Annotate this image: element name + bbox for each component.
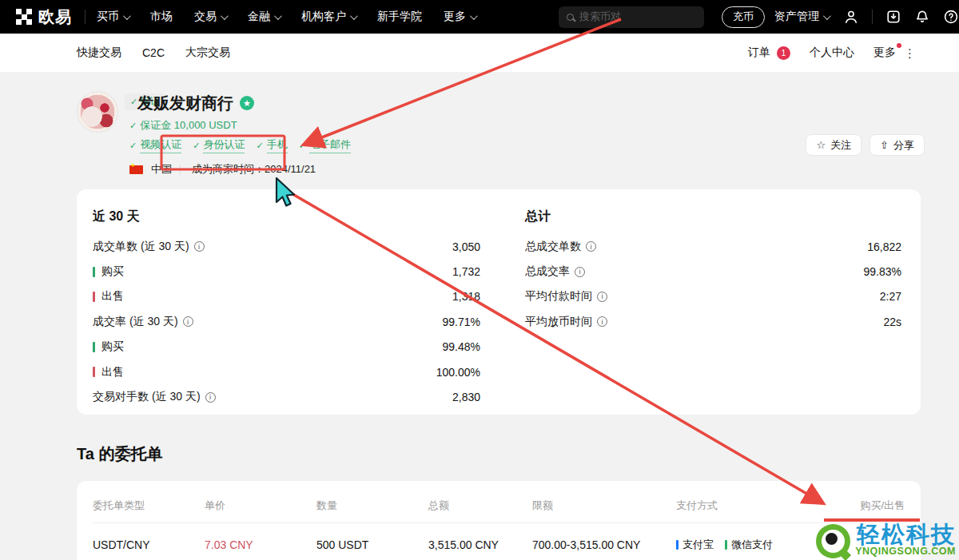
help-icon[interactable]: [943, 9, 959, 25]
orders-count-badge: 1: [777, 46, 790, 60]
info-icon[interactable]: i: [205, 392, 216, 403]
stat-row: 总成交率i 99.83%: [525, 259, 901, 284]
stats-total-column: 总计 总成交单数i 16,822 总成交率i 99.83% 平均付款时间i 2:…: [499, 206, 921, 398]
stat-value: 99.71%: [443, 316, 480, 328]
stat-value: 2,830: [452, 391, 480, 403]
orders-link[interactable]: 订单 1: [748, 46, 790, 60]
check-icon: ✓: [129, 141, 137, 151]
chevron-down-icon: [470, 12, 478, 20]
kebab-menu-icon[interactable]: ⋮: [904, 47, 916, 59]
topnav-item-2[interactable]: 交易: [194, 10, 226, 24]
topnav-item-1[interactable]: 市场: [150, 10, 173, 24]
stats-total-rows: 总成交单数i 16,822 总成交率i 99.83% 平均付款时间i 2:27 …: [525, 234, 901, 335]
info-icon[interactable]: i: [194, 241, 205, 252]
divider: [872, 10, 873, 24]
payment-method: 支付宝: [676, 538, 714, 552]
assets-menu[interactable]: 资产管理: [774, 10, 829, 24]
topnav-item-3[interactable]: 金融: [248, 10, 280, 24]
chevron-down-icon: [350, 12, 358, 20]
subnav-tab-1[interactable]: C2C: [142, 46, 165, 59]
okx-logo[interactable]: 欧易: [16, 6, 72, 28]
cell-amount: 500 USDT: [316, 538, 428, 551]
sell-marker-icon: [93, 367, 95, 377]
search-placeholder: 搜索币对: [579, 10, 621, 24]
stat-row: 购买 1,732: [93, 259, 480, 284]
chevron-down-icon: [274, 12, 282, 20]
search-input[interactable]: 搜索币对: [559, 6, 704, 28]
deposit-line: ✓保证金 10,000 USDT: [129, 118, 351, 133]
stats-total-title: 总计: [525, 206, 901, 225]
verification-item: ✓视频认证: [129, 137, 181, 153]
column-header: 单价: [205, 498, 316, 513]
check-icon: ✓: [193, 141, 200, 151]
share-button[interactable]: ⇧分享: [869, 134, 925, 156]
follow-button[interactable]: ☆关注: [806, 134, 862, 156]
watermark-site: YNQINGSONG.COM: [855, 546, 956, 557]
stat-row: 平均放币时间i 22s: [525, 309, 901, 334]
chevron-down-icon: [221, 12, 229, 20]
stat-row: 平均付款时间i 2:27: [525, 284, 901, 309]
download-icon[interactable]: [885, 9, 901, 25]
search-icon: [567, 14, 574, 21]
stats-card: 近 30 天 成交单数 (近 30 天)i 3,050 购买 1,732 出售 …: [77, 189, 921, 415]
profile-center-link[interactable]: 个人中心: [810, 46, 854, 60]
verified-star-icon: ★: [240, 96, 254, 110]
brand-name: 欧易: [38, 6, 72, 28]
merchant-avatar: [77, 91, 118, 133]
stat-row: 购买 99.48%: [93, 335, 480, 359]
stat-value: 99.83%: [864, 265, 901, 278]
share-icon: ⇧: [880, 139, 889, 151]
info-icon[interactable]: i: [597, 292, 607, 302]
watermark-brand: 轻松科技: [857, 522, 956, 546]
payment-bar-icon: [725, 540, 727, 550]
stat-value: 3,050: [452, 240, 480, 253]
watermark-eye-logo-icon: [816, 524, 850, 558]
topnav-item-5[interactable]: 新手学院: [377, 10, 422, 24]
info-icon[interactable]: i: [575, 267, 585, 277]
stat-value: 22s: [883, 316, 901, 328]
secondary-navbar: 快捷交易C2C大宗交易 订单 1 个人中心 更多 ⋮: [0, 34, 959, 72]
orders-table: 委托单类型单价数量总额限额支付方式购买/出售 USDT/CNY 7.03 CNY…: [77, 481, 921, 560]
info-icon[interactable]: i: [586, 241, 596, 252]
topnav-item-6[interactable]: 更多: [444, 10, 476, 24]
column-header: 委托单类型: [93, 498, 205, 513]
stat-value: 1,318: [452, 290, 480, 303]
stats-30d-column: 近 30 天 成交单数 (近 30 天)i 3,050 购买 1,732 出售 …: [77, 206, 499, 398]
cell-limit: 700.00-3,515.00 CNY: [532, 538, 676, 551]
okx-logo-icon: [16, 9, 32, 25]
subnav-right: 订单 1 个人中心 更多 ⋮: [748, 46, 916, 60]
subnav-tab-2[interactable]: 大宗交易: [185, 46, 230, 60]
stat-value: 99.48%: [443, 340, 480, 353]
column-header: 限额: [532, 498, 676, 513]
more-menu[interactable]: 更多 ⋮: [873, 46, 916, 60]
stat-value: 1,732: [452, 265, 480, 278]
info-icon[interactable]: i: [183, 316, 193, 327]
column-header: 数量: [316, 498, 428, 513]
table-row[interactable]: USDT/CNY 7.03 CNY 500 USDT 3,515.00 CNY …: [93, 523, 905, 560]
subnav-tab-0[interactable]: 快捷交易: [77, 46, 121, 60]
stat-row: 成交单数 (近 30 天)i 3,050: [93, 234, 480, 259]
column-header: 总额: [428, 498, 532, 513]
stat-value: 16,822: [867, 240, 901, 253]
country-label: 中国: [151, 162, 172, 177]
notification-dot: [897, 43, 901, 48]
buy-marker-icon: [93, 342, 95, 352]
deposit-button[interactable]: 充币: [722, 6, 765, 28]
stats-30d-rows: 成交单数 (近 30 天)i 3,050 购买 1,732 出售 1,318 成…: [93, 234, 480, 410]
watermark: 轻松科技 YNQINGSONG.COM: [816, 522, 956, 558]
member-since: 成为商家时间：2024/11/21: [189, 161, 319, 178]
merchant-header: ✓保证 发贩发财商行 ★ ✓保证金 10,000 USDT ✓视频认证✓身份认证…: [0, 72, 959, 178]
user-icon[interactable]: [843, 9, 859, 25]
verification-line: ✓视频认证✓身份认证✓手机✓电子邮件: [129, 137, 351, 153]
verification-item: ✓身份认证: [193, 137, 245, 153]
payment-bar-icon: [676, 540, 678, 550]
verification-item: ✓手机: [256, 137, 287, 153]
bell-icon[interactable]: [914, 9, 930, 25]
topnav-item-0[interactable]: 买币: [97, 10, 129, 24]
check-icon: ✓: [256, 141, 263, 151]
sell-marker-icon: [93, 292, 95, 302]
topnav-item-4[interactable]: 机构客户: [301, 10, 356, 24]
info-icon[interactable]: i: [597, 316, 607, 327]
star-icon: ☆: [816, 139, 826, 151]
subnav-tabs: 快捷交易C2C大宗交易: [77, 46, 230, 60]
